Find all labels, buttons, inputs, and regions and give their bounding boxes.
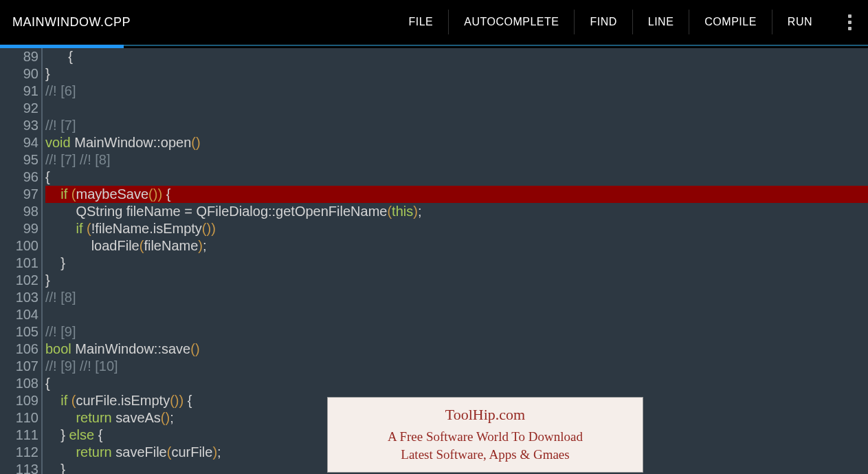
line-number[interactable]: 90 — [0, 65, 38, 83]
code-line[interactable]: if (maybeSave()) { — [45, 186, 868, 203]
line-number[interactable]: 112 — [0, 444, 38, 461]
watermark-line1: A Free Software World To Download — [388, 428, 583, 446]
line-number[interactable]: 89 — [0, 48, 38, 65]
code-line[interactable]: } — [45, 65, 868, 83]
menu-compile[interactable]: COMPILE — [689, 10, 772, 34]
code-line[interactable]: //! [9] — [45, 323, 868, 341]
main-menu: FILE AUTOCOMPLETE FIND LINE COMPILE RUN — [393, 0, 858, 44]
line-number[interactable]: 102 — [0, 272, 38, 289]
line-number[interactable]: 104 — [0, 306, 38, 323]
line-number[interactable]: 101 — [0, 255, 38, 272]
code-line[interactable]: loadFile(fileName); — [45, 237, 868, 255]
line-number[interactable]: 99 — [0, 220, 38, 237]
menu-run[interactable]: RUN — [772, 10, 827, 34]
line-number[interactable]: 98 — [0, 203, 38, 220]
gutter-divider — [41, 48, 43, 474]
line-number[interactable]: 100 — [0, 237, 38, 255]
line-number[interactable]: 109 — [0, 392, 38, 409]
line-number[interactable]: 106 — [0, 341, 38, 358]
line-number-gutter[interactable]: 8990919293949596979899100101102103104105… — [0, 48, 43, 474]
line-number[interactable]: 92 — [0, 100, 38, 117]
code-line[interactable]: //! [6] — [45, 83, 868, 100]
menu-file[interactable]: FILE — [393, 10, 448, 34]
line-number[interactable]: 105 — [0, 323, 38, 341]
line-number[interactable]: 95 — [0, 151, 38, 169]
watermark-title: ToolHip.com — [445, 406, 525, 424]
line-number[interactable]: 93 — [0, 117, 38, 134]
line-number[interactable]: 103 — [0, 289, 38, 306]
line-number[interactable]: 96 — [0, 169, 38, 186]
line-number[interactable]: 91 — [0, 83, 38, 100]
line-number[interactable]: 107 — [0, 358, 38, 375]
code-line[interactable]: { — [45, 169, 868, 186]
line-number[interactable]: 111 — [0, 427, 38, 444]
code-line[interactable]: //! [7] //! [8] — [45, 151, 868, 169]
menu-autocomplete[interactable]: AUTOCOMPLETE — [448, 10, 574, 34]
code-line[interactable] — [45, 100, 868, 117]
code-line[interactable]: bool MainWindow::save() — [45, 341, 868, 358]
filename-tab[interactable]: MAINWINDOW.CPP — [12, 15, 131, 30]
code-line[interactable]: } — [45, 272, 868, 289]
code-line[interactable]: } — [45, 255, 868, 272]
overflow-menu-icon[interactable] — [827, 14, 858, 30]
line-number[interactable]: 94 — [0, 134, 38, 151]
code-line[interactable]: if (!fileName.isEmpty()) — [45, 220, 868, 237]
code-line[interactable]: void MainWindow::open() — [45, 134, 868, 151]
code-line[interactable]: //! [9] //! [10] — [45, 358, 868, 375]
code-line[interactable] — [45, 306, 868, 323]
code-line[interactable]: { — [45, 375, 868, 392]
watermark-line2: Latest Software, Apps & Gmaes — [401, 446, 569, 464]
line-number[interactable]: 110 — [0, 409, 38, 427]
menu-line[interactable]: LINE — [632, 10, 689, 34]
menu-find[interactable]: FIND — [574, 10, 632, 34]
app-header: MAINWINDOW.CPP FILE AUTOCOMPLETE FIND LI… — [0, 0, 868, 45]
line-number[interactable]: 113 — [0, 461, 38, 474]
code-line[interactable]: QString fileName = QFileDialog::getOpenF… — [45, 203, 868, 220]
line-number[interactable]: 108 — [0, 375, 38, 392]
code-line[interactable]: { — [45, 48, 868, 65]
code-line[interactable]: //! [8] — [45, 289, 868, 306]
watermark-overlay: ToolHip.com A Free Software World To Dow… — [327, 397, 643, 473]
line-number[interactable]: 97 — [0, 186, 38, 203]
code-line[interactable]: //! [7] — [45, 117, 868, 134]
